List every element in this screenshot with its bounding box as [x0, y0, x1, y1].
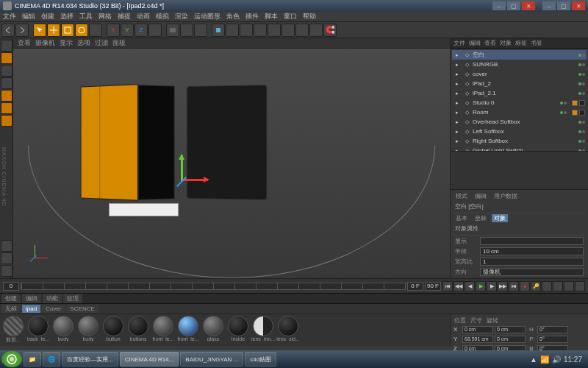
next-key[interactable]: ▶▶ [498, 281, 508, 291]
material-item[interactable]: lens_rim... [251, 316, 275, 344]
expand-icon[interactable]: ▸ [453, 109, 461, 116]
scene-object-cover[interactable] [81, 84, 138, 200]
layer-tab[interactable]: ipad [22, 305, 40, 313]
expand-icon[interactable]: ▸ [453, 138, 461, 145]
light-tool[interactable] [309, 24, 323, 37]
object-name[interactable]: cover [473, 71, 576, 77]
doc-minimize-button[interactable]: – [542, 1, 556, 10]
attr-value[interactable]: 10 cm [480, 247, 584, 255]
attrtab[interactable]: 编辑 [473, 192, 489, 200]
expand-icon[interactable]: ▸ [453, 52, 461, 59]
undo-button[interactable] [1, 24, 15, 37]
key-pos[interactable] [542, 281, 552, 291]
material-item[interactable]: lens_sid... [276, 316, 300, 344]
vptab-过滤[interactable]: 过滤 [95, 38, 108, 48]
menu-脚本[interactable]: 脚本 [265, 12, 278, 21]
object-name[interactable]: iPad_2.1 [473, 90, 576, 96]
key-rot[interactable] [564, 281, 574, 291]
vptab-查看[interactable]: 查看 [18, 38, 31, 48]
y-axis-lock[interactable]: Y [121, 24, 134, 37]
object-row[interactable]: ▸◇Left Softbox [452, 127, 587, 136]
gizmo-x-axis[interactable] [182, 179, 208, 181]
timeline-slider[interactable] [21, 283, 406, 290]
rtab-对象[interactable]: 对象 [500, 39, 512, 47]
object-name[interactable]: 空白 [473, 51, 576, 59]
timeline-current[interactable]: 0 F [407, 282, 423, 291]
attr-value[interactable] [480, 237, 584, 245]
model-mode[interactable] [1, 52, 12, 64]
environment-tool[interactable] [282, 24, 295, 37]
object-row[interactable]: ▸◇iPad_2.1 [452, 88, 587, 98]
object-name[interactable]: Overhead Softbox [473, 118, 576, 125]
vptab-显示[interactable]: 显示 [60, 38, 73, 48]
btab[interactable]: 纹理 [63, 294, 82, 303]
material-item[interactable]: glass [201, 316, 225, 344]
array-tool[interactable] [254, 24, 267, 37]
menu-编辑[interactable]: 编辑 [22, 12, 35, 21]
last-tool[interactable] [89, 24, 102, 37]
coord-system[interactable] [148, 24, 162, 37]
attrsubtab[interactable]: 对象 [492, 214, 508, 222]
taskbar-pinned-2[interactable]: 🌐 [43, 352, 60, 367]
btab[interactable]: 编辑 [22, 294, 41, 303]
taskbar-app[interactable]: 百度经验—实用... [62, 352, 118, 367]
rot-input[interactable]: 0° [537, 326, 568, 333]
expand-icon[interactable]: ▸ [453, 71, 461, 78]
texture-mode[interactable] [1, 77, 12, 89]
object-name[interactable]: Studio 0 [473, 99, 558, 106]
viewport-canvas[interactable] [13, 49, 450, 278]
render-view[interactable] [166, 24, 179, 37]
pos-input[interactable]: 68.591 cm [462, 336, 493, 343]
taskbar-app[interactable]: c4d贴图 [245, 352, 276, 367]
menu-渲染[interactable]: 渲染 [175, 12, 188, 21]
expand-icon[interactable]: ▸ [453, 61, 461, 68]
render-picture[interactable] [180, 24, 193, 37]
magnet-icon[interactable]: 🧲 [323, 24, 337, 37]
prev-frame[interactable]: ◀ [465, 281, 475, 291]
system-tray[interactable]: ▲ 📶 🔊 11:27 [526, 355, 587, 364]
snap-enable[interactable] [1, 252, 12, 264]
material-preview[interactable] [228, 316, 248, 336]
menu-动画[interactable]: 动画 [137, 12, 150, 21]
timeline-end-frame[interactable]: 90 F [425, 282, 441, 291]
material-item[interactable]: front_le... [176, 316, 200, 344]
material-preview[interactable] [3, 316, 24, 336]
expand-icon[interactable]: ▸ [453, 90, 461, 97]
rtab-文件[interactable]: 文件 [453, 39, 465, 47]
attrsubtab[interactable]: 基本 [453, 214, 470, 222]
transform-gizmo[interactable] [160, 155, 204, 199]
tray-icon[interactable]: ▲ [530, 355, 537, 364]
btab[interactable]: 功能 [43, 294, 62, 303]
vptab-面板[interactable]: 面板 [112, 38, 126, 48]
object-name[interactable]: SUNRGB [473, 61, 576, 68]
object-row[interactable]: ▸◇SUNRGB [452, 60, 587, 69]
maximize-button[interactable]: ▢ [507, 1, 520, 10]
rtab-编辑[interactable]: 编辑 [469, 39, 481, 47]
menu-帮助[interactable]: 帮助 [303, 12, 316, 21]
key-scale[interactable] [553, 281, 563, 291]
material-item[interactable]: button [101, 316, 125, 344]
material-preview[interactable] [278, 316, 298, 336]
object-name[interactable]: Right Softbox [473, 138, 576, 144]
rtab-书签[interactable]: 书签 [531, 39, 542, 47]
material-list[interactable]: 前景...back_le...bodybodybuttonbuttonsfron… [0, 314, 450, 346]
layer-tab[interactable]: 无标 [1, 304, 21, 314]
minimize-button[interactable]: – [492, 1, 506, 10]
material-item[interactable]: front_le... [151, 316, 175, 344]
workplane[interactable] [1, 265, 12, 277]
expand-icon[interactable]: ▸ [453, 80, 461, 88]
select-tool[interactable] [33, 24, 46, 37]
material-item[interactable]: body [76, 316, 100, 344]
record-key[interactable]: ● [520, 281, 530, 291]
btab[interactable]: 创建 [1, 294, 21, 303]
redo-button[interactable] [15, 24, 29, 37]
gizmo-y-axis[interactable] [181, 155, 183, 181]
deformer-tool[interactable] [268, 24, 281, 37]
menu-网格[interactable]: 网格 [98, 12, 112, 21]
object-manager[interactable]: ▸◇空白▸◇SUNRGB▸◇cover▸◇iPad_2▸◇iPad_2.1▸◇S… [451, 49, 588, 152]
vptab-摄像机[interactable]: 摄像机 [35, 38, 55, 48]
tweak-mode[interactable] [1, 240, 12, 252]
start-button[interactable] [1, 351, 22, 367]
menu-文件[interactable]: 文件 [3, 12, 16, 21]
object-row[interactable]: ▸◇Right Softbox [452, 136, 587, 146]
